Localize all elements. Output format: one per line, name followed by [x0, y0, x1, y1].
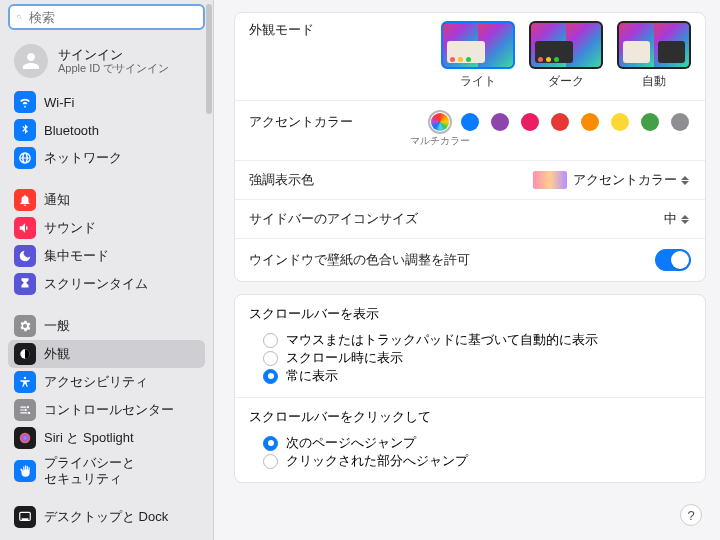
highlight-color-label: 強調表示色: [249, 171, 314, 189]
accent-orange[interactable]: [579, 113, 601, 131]
sidebar: サインイン Apple ID でサインイン Wi-FiBluetoothネットワ…: [0, 0, 214, 540]
window-tint-label: ウインドウで壁紙の色合い調整を許可: [249, 251, 470, 269]
sidebar-item-appearance[interactable]: 外観: [8, 340, 205, 368]
bell-icon: [14, 189, 36, 211]
svg-point-3: [24, 409, 26, 411]
scroll-show-option-2[interactable]: 常に表示: [249, 367, 691, 385]
radio-icon: [263, 369, 278, 384]
sidebar-item-label: スクリーンタイム: [44, 275, 148, 293]
sidebar-item-label: サウンド: [44, 219, 96, 237]
accent-yellow[interactable]: [609, 113, 631, 131]
hand-icon: [14, 460, 36, 482]
appearance-main-section: 外観モード ライトダーク自動 アクセントカラー マルチカラー 強調表示色 アクセ…: [234, 12, 706, 282]
account-title: サインイン: [58, 47, 169, 63]
sidebar-item-label: Wi-Fi: [44, 95, 74, 110]
scroll-click-option-0[interactable]: 次のページへジャンプ: [249, 434, 691, 452]
help-button[interactable]: ?: [680, 504, 702, 526]
svg-point-4: [28, 412, 30, 414]
avatar: [14, 44, 48, 78]
svg-point-5: [20, 433, 31, 444]
sidebar-item-label: Siri と Spotlight: [44, 429, 134, 447]
sidebar-item-label: 一般: [44, 317, 70, 335]
search-input[interactable]: [29, 10, 197, 25]
sidebar-item-hand[interactable]: プライバシーとセキュリティ: [8, 452, 205, 489]
search-icon: [16, 11, 23, 24]
sidebar-icon-size-label: サイドバーのアイコンサイズ: [249, 210, 418, 228]
sidebar-item-siri[interactable]: Siri と Spotlight: [8, 424, 205, 452]
scroll-click-option-1[interactable]: クリックされた部分へジャンプ: [249, 452, 691, 470]
sidebar-list: Wi-FiBluetoothネットワーク通知サウンド集中モードスクリーンタイム一…: [0, 88, 213, 540]
sidebar-item-label: デスクトップと Dock: [44, 508, 168, 526]
appearance-mode-auto[interactable]: 自動: [617, 21, 691, 90]
radio-icon: [263, 454, 278, 469]
scrollbar-show-group: スクロールバーを表示 マウスまたはトラックパッドに基づいて自動的に表示スクロール…: [235, 295, 705, 397]
account-row[interactable]: サインイン Apple ID でサインイン: [0, 38, 213, 88]
sidebar-item-moon[interactable]: 集中モード: [8, 242, 205, 270]
sidebar-item-accessibility[interactable]: アクセシビリティ: [8, 368, 205, 396]
scroll-show-option-0[interactable]: マウスまたはトラックパッドに基づいて自動的に表示: [249, 331, 691, 349]
accent-red[interactable]: [549, 113, 571, 131]
sidebar-icon-size-select[interactable]: 中: [664, 210, 691, 228]
accent-multicolor[interactable]: マルチカラー: [429, 113, 451, 148]
highlight-preview: [533, 171, 567, 189]
dock-icon: [14, 506, 36, 528]
highlight-color-select[interactable]: アクセントカラー: [573, 171, 691, 189]
appearance-icon: [14, 343, 36, 365]
content: 外観モード ライトダーク自動 アクセントカラー マルチカラー 強調表示色 アクセ…: [214, 0, 720, 540]
svg-point-1: [24, 377, 26, 379]
window-tint-toggle[interactable]: [655, 249, 691, 271]
sidebar-item-bell[interactable]: 通知: [8, 186, 205, 214]
sidebar-item-wifi[interactable]: Wi-Fi: [8, 88, 205, 116]
sidebar-item-label: プライバシーとセキュリティ: [44, 455, 135, 486]
svg-point-2: [27, 406, 29, 408]
scrollbar-show-title: スクロールバーを表示: [249, 305, 691, 323]
scroll-show-option-1[interactable]: スクロール時に表示: [249, 349, 691, 367]
accent-pink[interactable]: [519, 113, 541, 131]
globe-icon: [14, 147, 36, 169]
search-field[interactable]: [8, 4, 205, 30]
accent-color-label: アクセントカラー: [249, 113, 353, 131]
radio-icon: [263, 436, 278, 451]
accent-graphite[interactable]: [669, 113, 691, 131]
sidebar-item-label: 集中モード: [44, 247, 109, 265]
sidebar-item-gear[interactable]: 一般: [8, 312, 205, 340]
moon-icon: [14, 245, 36, 267]
scrollbar-click-title: スクロールバーをクリックして: [249, 408, 691, 426]
siri-icon: [14, 427, 36, 449]
accent-blue[interactable]: [459, 113, 481, 131]
sidebar-item-label: アクセシビリティ: [44, 373, 148, 391]
svg-rect-7: [22, 518, 29, 520]
sidebar-item-speaker[interactable]: サウンド: [8, 214, 205, 242]
scrollbar-section: スクロールバーを表示 マウスまたはトラックパッドに基づいて自動的に表示スクロール…: [234, 294, 706, 483]
hourglass-icon: [14, 273, 36, 295]
appearance-mode-dark[interactable]: ダーク: [529, 21, 603, 90]
sliders-icon: [14, 399, 36, 421]
sidebar-item-label: 通知: [44, 191, 70, 209]
accent-green[interactable]: [639, 113, 661, 131]
bluetooth-icon: [14, 119, 36, 141]
appearance-mode-light[interactable]: ライト: [441, 21, 515, 90]
sidebar-item-hourglass[interactable]: スクリーンタイム: [8, 270, 205, 298]
sidebar-item-globe[interactable]: ネットワーク: [8, 144, 205, 172]
account-subtitle: Apple ID でサインイン: [58, 62, 169, 75]
appearance-mode-label: 外観モード: [249, 21, 314, 39]
accent-purple[interactable]: [489, 113, 511, 131]
gear-icon: [14, 315, 36, 337]
chevron-updown-icon: [681, 211, 691, 227]
speaker-icon: [14, 217, 36, 239]
radio-icon: [263, 351, 278, 366]
scrollbar[interactable]: [205, 0, 213, 540]
sidebar-item-label: ネットワーク: [44, 149, 122, 167]
sidebar-item-label: 外観: [44, 345, 70, 363]
wifi-icon: [14, 91, 36, 113]
sidebar-item-label: Bluetooth: [44, 123, 99, 138]
chevron-updown-icon: [681, 172, 691, 188]
sidebar-item-label: コントロールセンター: [44, 401, 174, 419]
sidebar-item-bluetooth[interactable]: Bluetooth: [8, 116, 205, 144]
scrollbar-click-group: スクロールバーをクリックして 次のページへジャンプクリックされた部分へジャンプ: [235, 398, 705, 482]
sidebar-item-sliders[interactable]: コントロールセンター: [8, 396, 205, 424]
sidebar-item-dock[interactable]: デスクトップと Dock: [8, 503, 205, 531]
accessibility-icon: [14, 371, 36, 393]
radio-icon: [263, 333, 278, 348]
